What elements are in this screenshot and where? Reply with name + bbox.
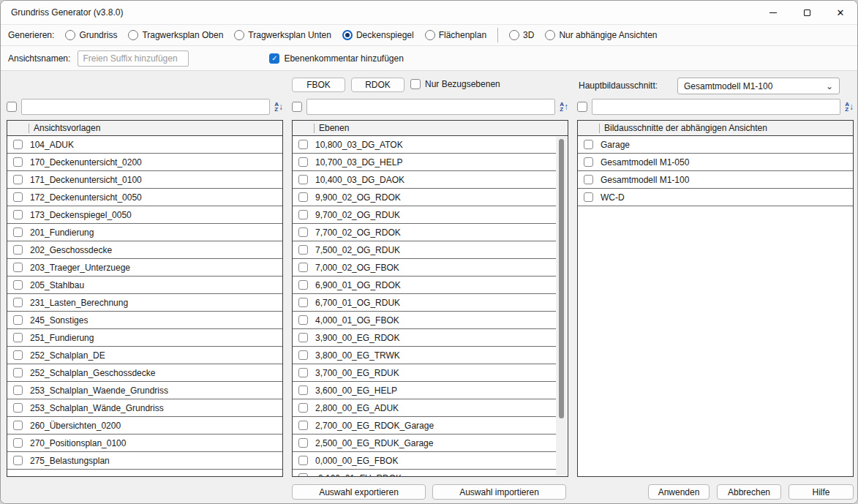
list-item[interactable]: 9,700_02_OG_RDUK [293, 206, 556, 224]
row-checkbox[interactable] [13, 438, 23, 448]
row-checkbox[interactable] [298, 333, 308, 342]
row-checkbox[interactable] [13, 385, 23, 395]
row-checkbox[interactable] [13, 298, 23, 307]
main-crop-select[interactable]: Gesamtmodell M1-100 ⌄ [677, 78, 840, 94]
row-checkbox[interactable] [13, 333, 23, 342]
list-item[interactable]: 202_Geschossdecke [7, 241, 282, 259]
list-item[interactable]: -0,100_01_FU_RDOK [293, 470, 556, 477]
row-checkbox[interactable] [13, 245, 23, 255]
list-item[interactable]: 252_Schalplan_Geschossdecke [7, 364, 282, 382]
list-item[interactable]: 2,700_00_EG_RDOK_Garage [293, 417, 556, 435]
select-all-checkbox[interactable] [292, 102, 302, 112]
search-input[interactable] [306, 99, 555, 115]
vertical-scrollbar[interactable] [556, 137, 567, 475]
list-item[interactable]: 6,700_01_OG_RDUK [293, 294, 556, 312]
row-checkbox[interactable] [13, 175, 23, 184]
list-item[interactable]: 173_Deckenspiegel_0050 [7, 206, 282, 224]
rdok-button[interactable]: RDOK [351, 78, 404, 92]
row-checkbox[interactable] [13, 368, 23, 377]
list-item[interactable]: 170_Deckenuntersicht_0200 [7, 154, 282, 171]
row-checkbox[interactable] [298, 210, 308, 219]
import-selection-button[interactable]: Auswahl importieren [432, 484, 566, 500]
radio-tragwerksplan-unten[interactable]: Tragwerksplan Unten [234, 30, 331, 40]
list-item[interactable]: 201_Fundierung [7, 224, 282, 241]
list-item[interactable]: 172_Deckenuntersicht_0050 [7, 189, 282, 206]
list-item[interactable]: 245_Sonstiges [7, 312, 282, 329]
list-item[interactable]: Gesamtmodell M1-050 [578, 154, 853, 171]
list-item[interactable]: 7,000_02_OG_FBOK [293, 259, 556, 277]
row-checkbox[interactable] [298, 175, 308, 184]
list-item[interactable]: 3,900_00_EG_RDOK [293, 329, 556, 347]
row-checkbox[interactable] [298, 263, 308, 272]
select-all-checkbox[interactable] [7, 102, 17, 112]
row-checkbox[interactable] [298, 403, 308, 413]
row-checkbox[interactable] [298, 192, 308, 202]
row-checkbox[interactable] [13, 263, 23, 272]
list-item[interactable]: 7,700_02_OG_RDOK [293, 224, 556, 241]
row-checkbox[interactable] [13, 192, 23, 202]
list-item[interactable]: 0,000_00_EG_FBOK [293, 452, 556, 470]
row-checkbox[interactable] [13, 456, 23, 465]
radio-nur-abhängige-ansichten[interactable]: Nur abhängige Ansichten [545, 30, 657, 40]
row-checkbox[interactable] [13, 280, 23, 290]
suffix-input[interactable] [78, 50, 189, 67]
sort-az-icon[interactable]: AZ ↑ [560, 102, 568, 112]
list-item[interactable]: 10,700_03_DG_HELP [293, 154, 556, 171]
search-input[interactable] [21, 99, 270, 115]
list-item[interactable]: 9,900_02_OG_RDOK [293, 189, 556, 206]
row-checkbox[interactable] [298, 280, 308, 290]
row-checkbox[interactable] [298, 385, 308, 395]
radio-flächenplan[interactable]: Flächenplan [425, 30, 486, 40]
list-item[interactable]: 10,800_03_DG_ATOK [293, 136, 556, 154]
radio-3d[interactable]: 3D [509, 30, 534, 40]
list-item[interactable]: 2,800_00_EG_ADUK [293, 399, 556, 417]
row-checkbox[interactable] [13, 315, 23, 325]
list-item[interactable]: 205_Stahlbau [7, 277, 282, 294]
row-checkbox[interactable] [298, 157, 308, 167]
radio-tragwerksplan-oben[interactable]: Tragwerksplan Oben [128, 30, 223, 40]
list-item[interactable]: 2,500_00_EG_RDUK_Garage [293, 435, 556, 452]
list-item[interactable]: 270_Positionsplan_0100 [7, 435, 282, 452]
list-item[interactable]: 253_Schalplan_Waende_Grundriss [7, 382, 282, 399]
list-item[interactable]: 3,700_00_EG_RDUK [293, 364, 556, 382]
list-item[interactable]: 6,900_01_OG_RDOK [293, 277, 556, 294]
row-checkbox[interactable] [13, 157, 23, 167]
list-item[interactable]: 251_Fundierung [7, 329, 282, 347]
apply-button[interactable]: Anwenden [648, 484, 710, 500]
row-checkbox[interactable] [298, 473, 308, 477]
row-checkbox[interactable] [298, 140, 308, 149]
list-item[interactable]: 3,800_00_EG_TRWK [293, 347, 556, 364]
list-item[interactable]: WC-D [578, 189, 853, 206]
list-item[interactable]: 231_Lasten_Berechnung [7, 294, 282, 312]
scrollbar-thumb[interactable] [559, 139, 564, 418]
row-checkbox[interactable] [13, 403, 23, 413]
list-item[interactable]: 253_Schalplan_Wände_Grundriss [7, 399, 282, 417]
help-button[interactable]: Hilfe [789, 484, 854, 500]
close-button[interactable]: ✕ [824, 1, 857, 24]
row-checkbox[interactable] [298, 421, 308, 430]
list-item[interactable]: 275_Belastungsplan [7, 452, 282, 470]
row-checkbox[interactable] [584, 175, 593, 184]
minimize-button[interactable] [756, 1, 790, 24]
maximize-button[interactable] [790, 1, 824, 24]
list-item[interactable]: 4,000_01_OG_FBOK [293, 312, 556, 329]
sort-az-icon[interactable]: AZ ↓ [274, 102, 283, 112]
list-item[interactable]: 7,500_02_OG_RDUK [293, 241, 556, 259]
list-item[interactable]: 203_Traeger_Unterzuege [7, 259, 282, 277]
row-checkbox[interactable] [13, 227, 23, 237]
row-checkbox[interactable] [298, 368, 308, 377]
row-checkbox[interactable] [298, 298, 308, 307]
row-checkbox[interactable] [13, 210, 23, 219]
row-checkbox[interactable] [298, 438, 308, 448]
row-checkbox[interactable] [298, 456, 308, 465]
list-item[interactable]: Gesamtmodell M1-100 [578, 171, 853, 189]
row-checkbox[interactable] [298, 227, 308, 237]
list-item[interactable]: 260_Übersichten_0200 [7, 417, 282, 435]
list-item[interactable]: 10,400_03_DG_DAOK [293, 171, 556, 189]
row-checkbox[interactable] [298, 315, 308, 325]
row-checkbox[interactable] [584, 192, 593, 202]
select-all-checkbox[interactable] [577, 102, 587, 112]
list-item[interactable]: 252_Schalplan_DE [7, 347, 282, 364]
level-comment-checkbox[interactable]: Ebenenkommentar hinzufügen [269, 53, 403, 64]
list-item[interactable]: 171_Deckenuntersicht_0100 [7, 171, 282, 189]
